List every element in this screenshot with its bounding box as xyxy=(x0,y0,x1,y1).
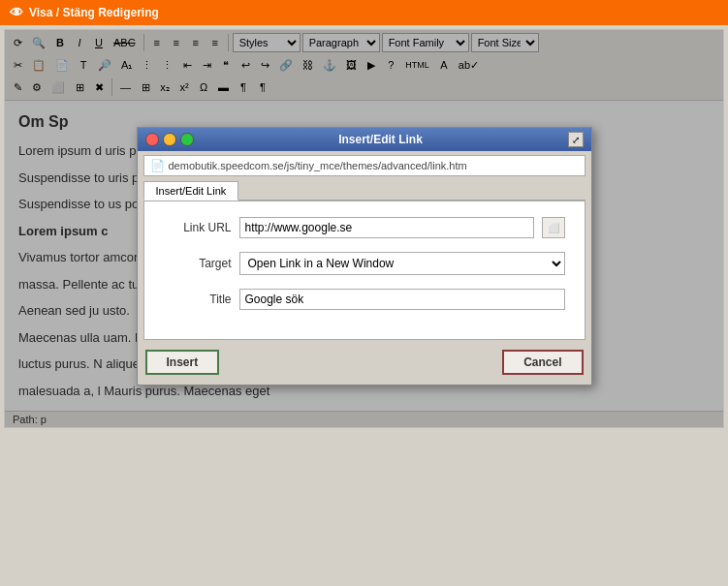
modal-address-bar: 📄 demobutik.speedcom.se/js/tiny_mce/them… xyxy=(143,155,586,176)
modal-max-btn[interactable] xyxy=(180,133,194,146)
modal-window: Insert/Edit Link ⤢ 📄 demobutik.speedcom.… xyxy=(137,127,592,386)
modal-min-btn[interactable] xyxy=(163,133,176,146)
title-input[interactable] xyxy=(239,289,565,310)
modal-body: Link URL ⬜ Target Open Link in a New Win… xyxy=(143,200,586,340)
modal-tabs: Insert/Edit Link xyxy=(143,180,586,200)
modal-expand-btn[interactable]: ⤢ xyxy=(568,132,584,147)
title-row: Title xyxy=(164,289,565,310)
target-row: Target Open Link in a New Window xyxy=(164,252,565,275)
link-url-row: Link URL ⬜ xyxy=(164,217,565,238)
target-label: Target xyxy=(164,257,232,270)
modal-address-text: demobutik.speedcom.se/js/tiny_mce/themes… xyxy=(169,160,467,171)
modal-title: Insert/Edit Link xyxy=(194,133,568,146)
modal-titlebar: Insert/Edit Link ⤢ xyxy=(138,128,591,151)
page-icon: 📄 xyxy=(150,159,165,172)
modal-tab-insert-edit-link[interactable]: Insert/Edit Link xyxy=(143,181,239,200)
target-select[interactable]: Open Link in a New Window xyxy=(239,252,565,275)
link-url-browse-btn[interactable]: ⬜ xyxy=(542,217,565,238)
eye-icon: 👁 xyxy=(10,5,23,20)
insert-button[interactable]: Insert xyxy=(145,350,220,375)
cancel-button[interactable]: Cancel xyxy=(502,350,583,375)
link-url-input[interactable] xyxy=(239,217,534,238)
editor-wrapper: ⟳ 🔍 B I U ABC ≡ ≡ ≡ ≡ Styles Paragraph F… xyxy=(4,29,724,428)
link-url-label: Link URL xyxy=(164,221,232,234)
top-bar-label[interactable]: Visa / Stäng Redigering xyxy=(29,6,159,19)
modal-footer: Insert Cancel xyxy=(138,340,591,385)
modal-window-controls xyxy=(145,133,194,146)
title-label: Title xyxy=(164,293,232,306)
modal-close-btn[interactable] xyxy=(145,133,159,146)
modal-overlay: Insert/Edit Link ⤢ 📄 demobutik.speedcom.… xyxy=(5,30,723,427)
top-bar: 👁 Visa / Stäng Redigering xyxy=(0,0,728,25)
